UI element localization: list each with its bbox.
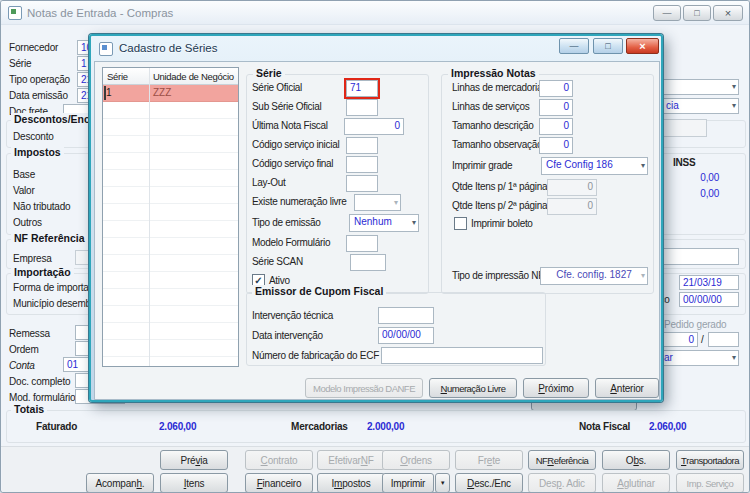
tamanho-descricao-field[interactable]: 0 [539, 118, 573, 135]
grid-col-serie[interactable]: Série [107, 71, 128, 82]
numero-fabricacao-field[interactable] [381, 347, 543, 364]
grid-selected-row[interactable]: 1 ZZZ [103, 85, 238, 102]
obs-button[interactable]: Obs. [602, 450, 670, 470]
numero-fabricacao-label: Número de fabricação do ECF [252, 350, 379, 361]
transportadora-button[interactable]: Transportadora [676, 450, 744, 470]
intervencao-tecnica-label: Intervenção técnica [252, 310, 333, 321]
chevron-down-icon: ▾ [641, 271, 645, 280]
fornecedor-label: Fornecedor [9, 42, 58, 53]
imprimir-dropdown-button[interactable]: ▼ [435, 473, 450, 493]
acompanh-button[interactable]: Acompanh. [86, 473, 154, 493]
cod-servico-inicial-field[interactable] [346, 137, 378, 154]
tipo-emissao-label: Tipo de emissão [252, 217, 321, 228]
chevron-down-icon: ▾ [641, 161, 645, 170]
imprimir-grade-select[interactable]: Cfe Config 186▾ [541, 157, 648, 175]
modelo-impressao-danfe-button: Modelo Impressão DANFE [305, 378, 423, 398]
nf-referencia-title: NF Referência [11, 232, 88, 244]
dialog-icon [99, 42, 113, 56]
dialog-maximize-button[interactable]: □ [593, 38, 623, 54]
close-button[interactable]: × [713, 5, 743, 21]
frete-button: Frete [455, 450, 523, 470]
grid-cell-serie[interactable]: 1 [106, 87, 112, 98]
ultima-nota-field[interactable]: 0 [344, 118, 404, 135]
desc-enc-button[interactable]: Desc./Enc [455, 473, 523, 493]
dialog-minimize-button[interactable]: — [559, 38, 589, 54]
data-desembaraco-field[interactable]: 00/00/00 [679, 292, 739, 307]
linhas-mercadorias-label: Linhas de mercadorias [452, 82, 547, 93]
chevron-down-icon: ▾ [732, 82, 736, 91]
serie-oficial-field[interactable]: 71 [346, 80, 378, 97]
serie-oficial-label: Série Oficial [252, 82, 302, 93]
data-intervencao-field[interactable]: 00/00/00 [378, 327, 434, 344]
numeracao-livre-button[interactable]: Numeração Livre [429, 378, 517, 398]
linhas-mercadorias-field[interactable]: 0 [539, 80, 573, 97]
dialog-title: Cadastro de Séries [119, 42, 217, 54]
ordens-button: Ordens [382, 450, 450, 470]
tipo-impressao-nfe-value: Cfe. config. 1827 [556, 269, 632, 280]
data-importacao-field[interactable]: 21/03/19 [679, 275, 739, 290]
itens-button[interactable]: Itens [160, 473, 228, 493]
nf-referencia-button[interactable]: NF Referência [528, 450, 596, 470]
sub-serie-label: Sub Série Oficial [252, 101, 321, 112]
numeracao-livre-select: ▾ [354, 194, 401, 211]
intervencao-tecnica-field[interactable] [378, 307, 434, 324]
doc-completo-label: Doc. completo [9, 376, 70, 387]
grid-column-divider [149, 68, 150, 366]
modelo-formulario-field[interactable] [346, 235, 378, 252]
layout-field[interactable] [346, 175, 378, 192]
tamanho-descricao-label: Tamanho descrição [452, 120, 534, 131]
ordem-label: Ordem [9, 344, 39, 355]
pedido-gerado-field-2[interactable] [708, 332, 739, 347]
imprimir-boleto-label: Imprimir boleto [471, 218, 533, 229]
tamanho-observacao-field[interactable]: 0 [539, 137, 573, 154]
impressao-group-title: Impressão Notas [448, 67, 539, 79]
linhas-servicos-field[interactable]: 0 [539, 99, 573, 116]
qtde-pagina2-label: Qtde Itens p/ 2ª página [452, 200, 547, 211]
tamanho-observacao-label: Tamanho observação [452, 139, 542, 150]
series-grid[interactable]: Série Unidade de Negócio 1 ZZZ [102, 67, 239, 367]
grid-empty-rows[interactable] [103, 102, 238, 366]
qtde-pagina1-label: Qtde Itens p/ 1ª página [452, 181, 547, 192]
dialog-titlebar[interactable]: Cadastro de Séries — □ × [91, 36, 661, 61]
maximize-icon: □ [605, 41, 610, 51]
previa-button[interactable]: Prévia [160, 450, 228, 470]
remessa-label: Remessa [9, 328, 50, 339]
dialog-close-button[interactable]: × [626, 38, 659, 54]
grid-cell-unidade[interactable]: ZZZ [153, 87, 171, 98]
linhas-servicos-label: Linhas de serviços [452, 101, 529, 112]
dropdown-value-fragment: cia [666, 100, 679, 111]
conta-label: Conta [9, 360, 35, 371]
numeracao-livre-label: Existe numeração livre [252, 196, 347, 207]
impostos-title: Impostos [11, 146, 64, 158]
inss-base-value: 0,00 [669, 172, 719, 183]
nota-fiscal-value: 2.060,00 [649, 421, 686, 432]
minimize-button[interactable]: — [653, 5, 681, 21]
layout-label: Lay-Out [252, 177, 285, 188]
imprimir-boleto-checkbox[interactable] [454, 217, 467, 230]
anterior-button[interactable]: Anterior [595, 378, 659, 398]
minimize-icon: — [570, 41, 579, 51]
cod-servico-final-field[interactable] [346, 156, 378, 173]
mercadorias-value: 2.000,00 [367, 421, 404, 432]
faturado-value: 2.060,00 [159, 421, 196, 432]
financeiro-button[interactable]: Financeiro [245, 473, 313, 493]
dropdown-value-fragment: ar [664, 352, 673, 363]
series-grid-header[interactable]: Série Unidade de Negócio [103, 68, 238, 85]
tipo-emissao-select[interactable]: Nenhum▾ [349, 214, 419, 232]
cod-servico-inicial-label: Código serviço inicial [252, 139, 339, 150]
efetivar-nf-button: Efetivar NF [317, 450, 385, 470]
sub-serie-field[interactable] [346, 99, 378, 116]
totais-title: Totais [11, 403, 47, 415]
main-titlebar[interactable]: Notas de Entrada - Compras — □ × [1, 1, 750, 25]
mercadorias-label: Mercadorias [291, 421, 348, 432]
serie-scan-field[interactable] [350, 254, 386, 271]
tipo-impressao-nfe-label: Tipo de impressão NFe [452, 270, 549, 281]
pedido-separator: / [701, 334, 704, 345]
qtde-pagina2-field: 0 [547, 198, 597, 215]
grid-col-unidade[interactable]: Unidade de Negócio [153, 71, 234, 82]
impostos-button[interactable]: Impostos [317, 473, 385, 493]
tipo-operacao-label: Tipo operação [9, 74, 70, 85]
proximo-button[interactable]: Próximo [523, 378, 589, 398]
maximize-button[interactable]: □ [683, 5, 711, 21]
imprimir-button[interactable]: Imprimir [382, 473, 434, 493]
